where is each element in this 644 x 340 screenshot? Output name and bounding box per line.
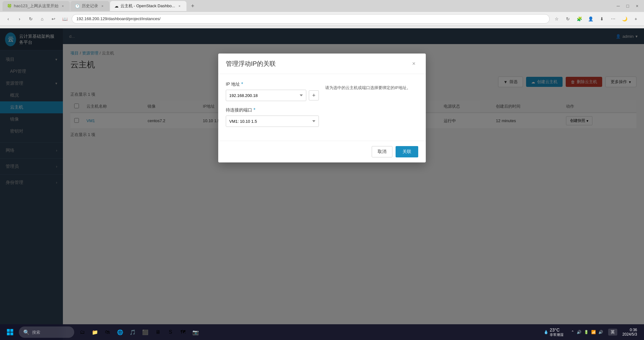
tab2-close[interactable]: × bbox=[100, 3, 105, 8]
port-required-star: * bbox=[253, 107, 255, 113]
svg-rect-3 bbox=[10, 332, 13, 335]
port-label: 待连接的端口 * bbox=[226, 107, 319, 113]
search-icon: 🔍 bbox=[23, 329, 30, 335]
close-window-btn[interactable]: × bbox=[633, 2, 641, 10]
svg-rect-2 bbox=[7, 332, 10, 335]
taskbar-search-box[interactable]: 🔍 bbox=[19, 326, 74, 338]
address-text: 192.168.200.129/dashboard/project/instan… bbox=[76, 16, 160, 21]
windows-icon bbox=[6, 328, 14, 336]
cancel-btn[interactable]: 取消 bbox=[372, 146, 392, 157]
taskbar-remote-icon[interactable]: 🖥 bbox=[152, 326, 164, 338]
weather-temp: 23°C bbox=[550, 327, 564, 332]
tab2-label: 历史记录 bbox=[82, 3, 98, 9]
port-form-row: VM1: 10.10 1.5 bbox=[226, 116, 319, 127]
tab1-label: hao123_上网从这里开始 bbox=[14, 3, 58, 9]
refresh-btn[interactable]: ↻ bbox=[26, 14, 35, 23]
start-btn[interactable] bbox=[4, 326, 16, 338]
associate-btn[interactable]: 关联 bbox=[396, 146, 418, 157]
tab3-label: 云主机 - OpenStack Dashbo... bbox=[120, 3, 175, 9]
tab-1[interactable]: 🍀 hao123_上网从这里开始 × bbox=[3, 1, 70, 11]
home-btn[interactable]: ⌂ bbox=[38, 14, 47, 23]
clock-time: 0:36 bbox=[622, 328, 637, 332]
modal-body: IP 地址 * 192.168.200.18 + 待连接的端口 * bbox=[218, 74, 426, 141]
tab1-favicon: 🍀 bbox=[7, 4, 12, 8]
tray-arrow[interactable]: ⌃ bbox=[571, 330, 574, 334]
clock-display[interactable]: 0:36 2024/5/3 bbox=[619, 326, 640, 338]
reading-btn[interactable]: 📖 bbox=[60, 14, 69, 23]
clock-icon[interactable]: 🌙 bbox=[620, 14, 629, 23]
taskbar-terminal-icon[interactable]: ⬛ bbox=[140, 326, 151, 338]
browser-chrome: 🍀 hao123_上网从这里开始 × 🕐 历史记录 × ☁ 云主机 - Open… bbox=[0, 0, 644, 28]
taskbar-folder-icon[interactable]: 📁 bbox=[89, 326, 101, 338]
modal-footer: 取消 关联 bbox=[218, 141, 426, 162]
taskbar-photo-icon[interactable]: 📷 bbox=[190, 326, 201, 338]
weather-desc: 非常潮湿 bbox=[550, 332, 564, 337]
svg-rect-1 bbox=[10, 329, 13, 332]
history-btn[interactable]: ↩ bbox=[49, 14, 58, 23]
taskbar-search-input[interactable] bbox=[32, 330, 70, 335]
taskbar-right: 💧 23°C 非常潮湿 ⌃ 🔊 🔋 📶 🔊 英 0:36 2024/5/3 bbox=[541, 326, 640, 338]
tab3-favicon: ☁ bbox=[114, 4, 119, 8]
new-tab-btn[interactable]: + bbox=[188, 2, 197, 10]
svg-rect-0 bbox=[7, 329, 10, 332]
modal-hint-text: 请为选中的云主机或端口选择要绑定的IP地址。 bbox=[325, 85, 411, 91]
modal-form: IP 地址 * 192.168.200.18 + 待连接的端口 * bbox=[226, 82, 319, 133]
ip-add-btn[interactable]: + bbox=[309, 90, 319, 100]
menu-btn[interactable]: ⋯ bbox=[609, 14, 618, 23]
tab-3[interactable]: ☁ 云主机 - OpenStack Dashbo... × bbox=[110, 1, 186, 11]
user-profile-btn[interactable]: 👤 bbox=[586, 14, 595, 23]
ip-label: IP 地址 * bbox=[226, 82, 319, 87]
taskbar-sogou-icon[interactable]: S bbox=[165, 326, 176, 338]
sys-tray: ⌃ 🔊 🔋 📶 🔊 bbox=[568, 330, 606, 334]
back-btn[interactable]: ‹ bbox=[4, 14, 13, 23]
nav-bar: ‹ › ↻ ⌂ ↩ 📖 192.168.200.129/dashboard/pr… bbox=[0, 12, 644, 26]
taskbar-store-icon[interactable]: 🛍 bbox=[102, 326, 113, 338]
modal-hint: 请为选中的云主机或端口选择要绑定的IP地址。 bbox=[325, 82, 418, 133]
tab1-close[interactable]: × bbox=[60, 3, 65, 8]
manage-floating-ip-modal: 管理浮动IP的关联 × IP 地址 * 192.168.200.18 + bbox=[218, 54, 426, 162]
weather-icon: 💧 bbox=[544, 330, 548, 334]
add-tab-btn[interactable]: + bbox=[631, 14, 640, 23]
ip-form-group: IP 地址 * 192.168.200.18 + bbox=[226, 82, 319, 101]
tray-battery-icon[interactable]: 🔋 bbox=[584, 330, 589, 334]
port-form-group: 待连接的端口 * VM1: 10.10 1.5 bbox=[226, 107, 319, 127]
ip-required-star: * bbox=[241, 82, 243, 87]
tab-bar: 🍀 hao123_上网从这里开始 × 🕐 历史记录 × ☁ 云主机 - Open… bbox=[0, 0, 644, 12]
taskbar-music-icon[interactable]: 🎵 bbox=[127, 326, 138, 338]
taskbar-edge-icon[interactable]: 🌐 bbox=[114, 326, 126, 338]
lang-indicator[interactable]: 英 bbox=[608, 329, 617, 336]
modal-overlay: 管理浮动IP的关联 × IP 地址 * 192.168.200.18 + bbox=[0, 28, 644, 340]
modal-header: 管理浮动IP的关联 × bbox=[218, 54, 426, 74]
refresh-page[interactable]: ↻ bbox=[564, 14, 572, 23]
download-btn[interactable]: ⬇ bbox=[597, 14, 606, 23]
weather-widget[interactable]: 💧 23°C 非常潮湿 bbox=[541, 327, 566, 337]
modal-close-btn[interactable]: × bbox=[409, 59, 418, 68]
tray-sound-icon[interactable]: 🔊 bbox=[577, 330, 581, 334]
clock-date: 2024/5/3 bbox=[622, 332, 637, 337]
modal-title: 管理浮动IP的关联 bbox=[226, 60, 276, 68]
tray-volume-icon[interactable]: 🔊 bbox=[598, 330, 603, 334]
taskbar-maps-icon[interactable]: 🗺 bbox=[177, 326, 189, 338]
taskbar-files-icon[interactable]: 🗂 bbox=[77, 326, 88, 338]
ip-form-row: 192.168.200.18 + bbox=[226, 90, 319, 101]
taskbar: 🔍 🗂 📁 🛍 🌐 🎵 ⬛ 🖥 S 🗺 📷 💧 23°C 非常潮湿 ⌃ 🔊 🔋 … bbox=[0, 324, 644, 340]
extensions-btn[interactable]: 🧩 bbox=[575, 14, 584, 23]
address-bar[interactable]: 192.168.200.129/dashboard/project/instan… bbox=[72, 14, 550, 24]
minimize-btn[interactable]: ─ bbox=[614, 2, 623, 10]
tab3-close[interactable]: × bbox=[177, 3, 182, 8]
lang-text: 英 bbox=[611, 330, 615, 334]
ip-select[interactable]: 192.168.200.18 bbox=[226, 90, 306, 101]
port-select[interactable]: VM1: 10.10 1.5 bbox=[226, 116, 319, 127]
maximize-btn[interactable]: □ bbox=[623, 2, 632, 10]
tab2-favicon: 🕐 bbox=[75, 4, 80, 8]
tray-network-icon[interactable]: 📶 bbox=[591, 330, 596, 334]
tab-2[interactable]: 🕐 历史记录 × bbox=[70, 1, 109, 11]
bookmark-star[interactable]: ☆ bbox=[552, 14, 561, 23]
forward-btn[interactable]: › bbox=[15, 14, 24, 23]
